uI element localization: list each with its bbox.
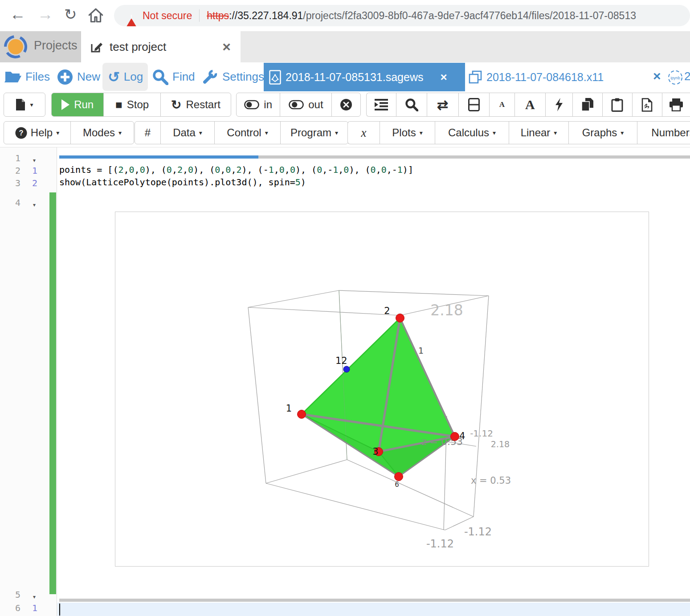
format-button[interactable] [546,93,573,116]
run-group: Run ■ Stop ↻ Restart [51,93,231,117]
project-tab-close-icon[interactable]: × [222,40,231,54]
stop-button[interactable]: ■ Stop [104,93,160,116]
vertex-label-4: 4 [459,431,465,441]
menu-graphs[interactable]: Graphs ▾ [569,122,637,144]
tab-x11-file[interactable]: 2018-11-07-084618.x11 [469,63,611,91]
url-text[interactable]: https://35.227.184.91/projects/f2fa3009-… [207,10,636,22]
small-a-icon: A [499,100,505,109]
code-line-2[interactable]: show(LatticePolytope(points).plot3d(), s… [59,177,306,188]
home-icon[interactable] [87,7,104,24]
increase-font-button[interactable]: A [515,93,546,116]
tab-sagews-close-icon[interactable]: × [441,70,447,84]
toggle-out-icon [289,100,304,110]
menu-linear-label: Linear [521,126,551,139]
vertex-label-3: 3 [372,446,378,457]
active-code-line[interactable] [57,603,690,616]
decrease-font-button[interactable]: A [490,93,515,116]
search-button[interactable] [396,93,427,116]
exchange-icon: ⇄ [437,97,448,113]
vertex-label-2: 2 [384,306,390,316]
forward-icon[interactable]: → [37,5,53,23]
run-label: Run [74,98,94,111]
caret-down-icon: ▾ [554,129,557,136]
nav-log-label: Log [124,70,143,84]
gutter-sub-1: 1 [32,165,37,176]
copy-button[interactable] [573,93,603,116]
vertex-6-sphere [395,473,403,481]
project-tab[interactable]: test project × [81,31,241,62]
replace-button[interactable]: ⇄ [427,93,459,116]
menu-program[interactable]: Program ▾ [281,122,348,144]
caret-down-icon: ▾ [56,129,59,136]
cell-divider[interactable] [59,599,690,602]
projects-label[interactable]: Projects [34,39,78,53]
menu-modes[interactable]: Modes ▾ [71,122,134,144]
run-button[interactable]: Run [52,93,104,116]
caret-down-icon: ▾ [199,129,202,136]
caret-down-icon: ▾ [265,129,268,136]
file-button[interactable]: ▾ [4,93,45,116]
gutter-sub-2: 2 [32,178,37,188]
menu-linear[interactable]: Linear ▾ [509,122,569,144]
menu-plots[interactable]: Plots ▾ [380,122,435,144]
history-icon: ↺ [108,69,120,86]
menu-numbers[interactable]: Numbers [637,122,690,144]
restart-button[interactable]: ↻ Restart [161,93,231,116]
cell-fold-icon[interactable]: ▾ [33,157,36,163]
menu-hash[interactable]: # [135,122,161,144]
cocalc-logo[interactable] [4,35,28,59]
menu-var-x[interactable]: x [348,122,380,144]
tab-sagews-label: 2018-11-07-085131.sagews [286,71,424,84]
url-host: ://35.227.184.91 [229,10,303,21]
worksheet-editor[interactable]: 1 ▾ 2 1 3 2 4 ▾ 5 ▾ 6 1 points = [(2,0,0… [0,147,690,616]
outdent-button[interactable] [367,93,396,116]
split-view-button[interactable] [459,93,490,116]
toggle-in-button[interactable]: in [237,93,280,116]
axis-label-right-neg: -1.12 [470,428,493,439]
text-cursor [59,604,60,616]
tab-sagews-file[interactable]: 2018-11-07-085131.sagews × [264,63,465,91]
caret-down-icon: ▾ [420,129,423,136]
cell-fold-icon[interactable]: ▾ [33,594,36,600]
nav-find-label: Find [172,70,195,84]
ipynb-file-icon[interactable]: ipynb [667,69,683,86]
axis-label-top: 2.18 [430,302,463,319]
menu-help[interactable]: ? Help ▾ [4,122,71,144]
menu-plots-label: Plots [392,126,416,139]
print-button[interactable] [662,93,690,116]
url-bar[interactable]: ! Not secure https://35.227.184.91/proje… [114,5,690,26]
nav-new[interactable]: New [57,62,100,91]
code-line-1[interactable]: points = [(2,0,0), (0,2,0), (0,0,2), (-1… [59,164,413,175]
back-icon[interactable]: ← [10,5,26,23]
url-scheme: https [207,10,229,21]
menu-control-label: Control [227,126,261,139]
cell-divider[interactable] [258,155,690,159]
file-pdf-icon [641,98,653,112]
toggle-out-button[interactable]: out [280,93,332,116]
caret-down-icon: ▾ [621,129,624,136]
cell-fold-icon[interactable]: ▾ [33,202,36,208]
plus-circle-icon [57,69,73,85]
menu-data-label: Data [173,126,196,139]
polytope-3d-plot[interactable]: 2.18 -1.12 2.18 x = 0.53 -1.12 -1.12 [115,212,649,566]
delete-output-button[interactable] [332,93,360,116]
tab-next-partial-label[interactable]: 20 [684,69,690,83]
export-pdf-button[interactable] [633,93,662,116]
menu-data[interactable]: Data ▾ [161,122,215,144]
nav-files[interactable]: Files [4,62,50,91]
not-secure-label[interactable]: Not secure [143,10,192,22]
menu-graphs-label: Graphs [582,126,617,139]
menu-calculus[interactable]: Calculus ▾ [435,122,509,144]
menu-control[interactable]: Control ▾ [215,122,281,144]
app-window: ← → ↻ ! Not secure https://35.227.184.91… [0,0,690,616]
times-circle-icon [340,98,352,111]
output-flag-bar [49,192,56,594]
axis-label-right-pos: 2.18 [491,439,510,449]
cell-divider-progress[interactable] [59,155,258,159]
reload-icon[interactable]: ↻ [64,5,77,23]
nav-settings[interactable]: Settings [201,62,264,91]
nav-find[interactable]: Find [152,62,195,91]
nav-log[interactable]: ↺ Log [108,62,143,91]
paste-button[interactable] [603,93,633,116]
tab-x11-close-icon[interactable]: × [653,69,661,83]
